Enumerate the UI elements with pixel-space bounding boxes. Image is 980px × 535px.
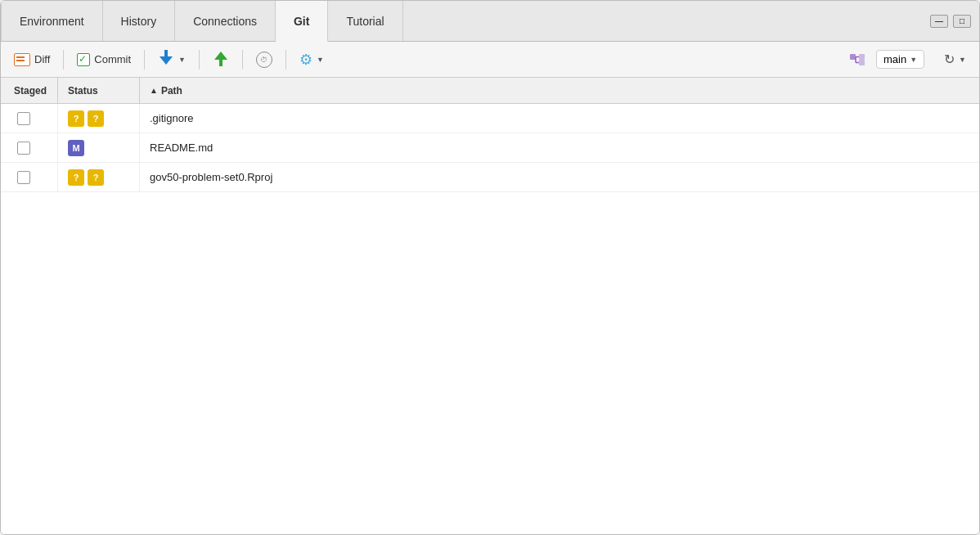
- main-window: Environment History Connections Git Tuto…: [0, 0, 980, 535]
- cell-path-2: README.md: [140, 142, 979, 154]
- status-badge-question-3b: ?: [88, 169, 104, 186]
- toolbar-separator-3: [199, 50, 200, 70]
- table-row[interactable]: M README.md: [1, 133, 979, 163]
- cell-path-1: .gitignore: [140, 112, 979, 124]
- tab-tutorial[interactable]: Tutorial: [328, 1, 402, 41]
- settings-button[interactable]: ⚙ ▼: [293, 47, 330, 72]
- cell-status-1: ? ?: [58, 104, 140, 133]
- pull-icon: [158, 52, 174, 68]
- cell-staged-3: [1, 163, 58, 191]
- column-header-path[interactable]: ▲ Path: [140, 85, 979, 97]
- status-badge-question-1a: ?: [68, 110, 84, 127]
- tab-git[interactable]: Git: [276, 1, 328, 42]
- tab-connections[interactable]: Connections: [175, 1, 276, 41]
- refresh-button[interactable]: ↻ ▼: [937, 48, 973, 70]
- tab-history[interactable]: History: [103, 1, 176, 41]
- toolbar-separator-4: [242, 50, 243, 70]
- staged-checkbox-3[interactable]: [17, 171, 30, 184]
- push-button[interactable]: [206, 48, 236, 71]
- cell-path-3: gov50-problem-set0.Rproj: [140, 171, 979, 183]
- branch-icon: [848, 52, 866, 67]
- refresh-icon: ↻: [944, 52, 955, 67]
- table-header: Staged Status ▲ Path: [1, 78, 979, 104]
- toolbar-separator-1: [63, 50, 64, 70]
- diff-icon: [14, 53, 30, 66]
- pull-dropdown-arrow: ▼: [178, 56, 186, 64]
- tab-environment[interactable]: Environment: [1, 1, 103, 41]
- svg-rect-2: [859, 60, 865, 65]
- branch-view-button[interactable]: [842, 49, 873, 70]
- commit-button[interactable]: Commit: [70, 50, 137, 70]
- history-icon: ⏱: [256, 52, 272, 68]
- toolbar-separator-2: [144, 50, 145, 70]
- column-header-status[interactable]: Status: [58, 78, 140, 103]
- toolbar-separator-5: [285, 50, 286, 70]
- gear-icon: ⚙: [299, 51, 312, 69]
- refresh-dropdown-arrow: ▼: [959, 56, 966, 64]
- maximize-button[interactable]: □: [953, 15, 971, 28]
- column-header-staged: Staged: [1, 78, 58, 103]
- status-badge-question-3a: ?: [68, 169, 84, 186]
- staged-checkbox-2[interactable]: [17, 142, 30, 155]
- branch-dropdown-arrow: ▼: [910, 56, 917, 64]
- pull-button[interactable]: ▼: [151, 48, 192, 71]
- branch-selector[interactable]: main ▼: [876, 50, 924, 69]
- svg-rect-0: [850, 54, 856, 60]
- history-button[interactable]: ⏱: [249, 48, 279, 71]
- table-row[interactable]: ? ? .gitignore: [1, 104, 979, 133]
- table-row[interactable]: ? ? gov50-problem-set0.Rproj: [1, 163, 979, 192]
- cell-status-2: M: [58, 133, 140, 162]
- toolbar: Diff Commit ▼ ⏱: [1, 42, 979, 78]
- sort-arrow-icon: ▲: [150, 86, 158, 95]
- window-controls: — □: [930, 1, 979, 41]
- commit-icon: [77, 53, 90, 66]
- minimize-button[interactable]: —: [930, 15, 948, 28]
- tab-spacer: [403, 1, 930, 41]
- settings-dropdown-arrow: ▼: [317, 56, 324, 64]
- svg-rect-1: [859, 54, 865, 60]
- cell-staged-2: [1, 133, 58, 162]
- diff-button[interactable]: Diff: [7, 50, 56, 70]
- cell-staged-1: [1, 104, 58, 133]
- push-icon: [213, 52, 229, 68]
- tab-bar: Environment History Connections Git Tuto…: [1, 1, 979, 42]
- git-file-table: Staged Status ▲ Path ? ? .gitignore: [1, 78, 979, 534]
- staged-checkbox-1[interactable]: [17, 112, 30, 125]
- status-badge-m-2: M: [68, 140, 84, 156]
- status-badge-question-1b: ?: [88, 110, 104, 127]
- cell-status-3: ? ?: [58, 163, 140, 191]
